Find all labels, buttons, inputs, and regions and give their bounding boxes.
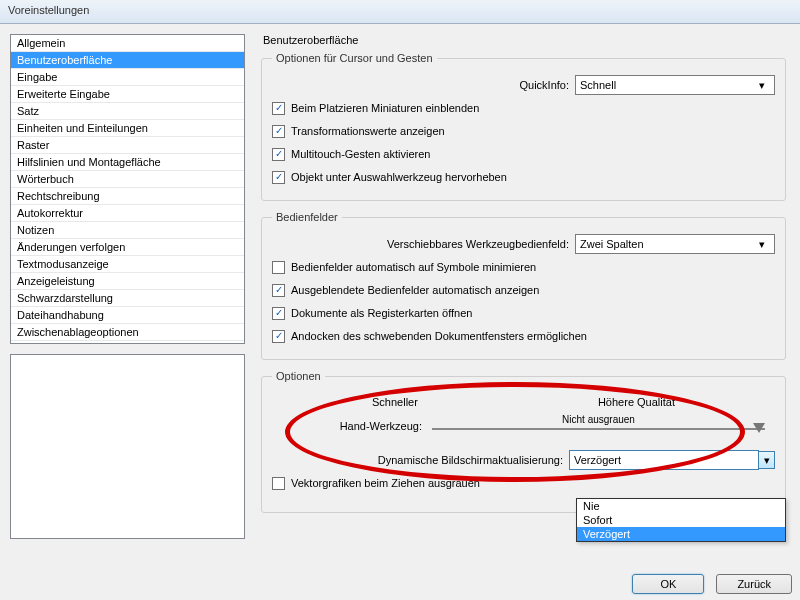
redraw-option[interactable]: Verzögert [577,527,785,541]
redraw-option[interactable]: Nie [577,499,785,513]
window-title: Voreinstellungen [8,4,89,16]
toolpanel-value: Zwei Spalten [580,238,644,250]
category-list[interactable]: AllgemeinBenutzeroberflächeEingabeErweit… [10,34,245,344]
category-item[interactable]: Rechtschreibung [11,188,244,205]
checkbox-doc-tabs[interactable] [272,307,285,320]
hand-tool-label: Hand-Werkzeug: [282,420,422,432]
checkbox-vector-gray[interactable] [272,477,285,490]
chevron-down-icon: ▾ [754,238,770,251]
category-item[interactable]: Raster [11,137,244,154]
checkbox-multitouch[interactable] [272,148,285,161]
ok-button[interactable]: OK [632,574,704,594]
category-item[interactable]: Satz [11,103,244,120]
checkbox-auto-minimize[interactable] [272,261,285,274]
redraw-label: Dynamische Bildschirmaktualisierung: [378,454,563,466]
category-item[interactable]: Änderungen verfolgen [11,239,244,256]
back-button-label: Zurück [737,578,771,590]
checkbox-dock-float[interactable] [272,330,285,343]
checkbox-highlight[interactable] [272,171,285,184]
checkbox-doc-tabs-label: Dokumente als Registerkarten öffnen [291,307,472,319]
sidebar: AllgemeinBenutzeroberflächeEingabeErweit… [0,24,255,600]
quickinfo-value: Schnell [580,79,616,91]
category-item[interactable]: Zwischenablageoptionen [11,324,244,341]
checkbox-auto-show-label: Ausgeblendete Bedienfelder automatisch a… [291,284,539,296]
category-item[interactable]: Schwarzdarstellung [11,290,244,307]
redraw-dropdown-list[interactable]: NieSofortVerzögert [576,498,786,542]
category-item[interactable]: Allgemein [11,35,244,52]
checkbox-dock-float-label: Andocken des schwebenden Dokumentfenster… [291,330,587,342]
category-item[interactable]: Wörterbuch [11,171,244,188]
category-item[interactable]: Hilfslinien und Montagefläche [11,154,244,171]
checkbox-highlight-label: Objekt unter Auswahlwerkzeug hervorheben [291,171,507,183]
category-item[interactable]: Autokorrektur [11,205,244,222]
category-item[interactable]: Erweiterte Eingabe [11,86,244,103]
checkbox-miniatures-label: Beim Platzieren Miniaturen einblenden [291,102,479,114]
group-options-legend: Optionen [272,370,325,382]
hand-tool-slider[interactable]: Nicht ausgrauen [432,414,765,438]
content-pane: Benutzeroberfläche Optionen für Cursor u… [255,24,800,600]
category-item[interactable]: Eingabe [11,69,244,86]
group-panels-legend: Bedienfelder [272,211,342,223]
window-titlebar: Voreinstellungen [0,0,800,24]
checkbox-transform-label: Transformationswerte anzeigen [291,125,445,137]
ok-button-label: OK [660,578,676,590]
group-cursor: Optionen für Cursor und Gesten QuickInfo… [261,52,786,201]
redraw-dropdown[interactable]: Verzögert [569,450,759,470]
toolpanel-label: Verschiebbares Werkzeugbedienfeld: [387,238,569,250]
preview-box [10,354,245,539]
group-cursor-legend: Optionen für Cursor und Gesten [272,52,437,64]
slider-thumb-icon[interactable] [753,423,765,433]
category-item[interactable]: Textmodusanzeige [11,256,244,273]
checkbox-transform[interactable] [272,125,285,138]
back-button[interactable]: Zurück [716,574,792,594]
checkbox-multitouch-label: Multitouch-Gesten aktivieren [291,148,430,160]
checkbox-auto-minimize-label: Bedienfelder automatisch auf Symbole min… [291,261,536,273]
slider-caption-nogray: Nicht ausgrauen [562,414,635,425]
redraw-option[interactable]: Sofort [577,513,785,527]
page-title: Benutzeroberfläche [263,34,786,46]
checkbox-vector-gray-label: Vektorgrafiken beim Ziehen ausgrauen [291,477,480,489]
group-options: Optionen Schneller Höhere Qualität Hand-… [261,370,786,513]
checkbox-auto-show[interactable] [272,284,285,297]
checkbox-miniatures[interactable] [272,102,285,115]
category-item[interactable]: Dateihandhabung [11,307,244,324]
slider-label-faster: Schneller [372,396,418,408]
quickinfo-label: QuickInfo: [519,79,569,91]
slider-label-quality: Höhere Qualität [598,396,675,408]
redraw-value: Verzögert [574,454,621,466]
category-item[interactable]: Notizen [11,222,244,239]
category-item[interactable]: Anzeigeleistung [11,273,244,290]
group-panels: Bedienfelder Verschiebbares Werkzeugbedi… [261,211,786,360]
category-item[interactable]: Benutzeroberfläche [11,52,244,69]
toolpanel-dropdown[interactable]: Zwei Spalten ▾ [575,234,775,254]
chevron-down-icon: ▾ [754,79,770,92]
redraw-dropdown-button[interactable]: ▾ [758,451,775,469]
category-item[interactable]: Einheiten und Einteilungen [11,120,244,137]
quickinfo-dropdown[interactable]: Schnell ▾ [575,75,775,95]
